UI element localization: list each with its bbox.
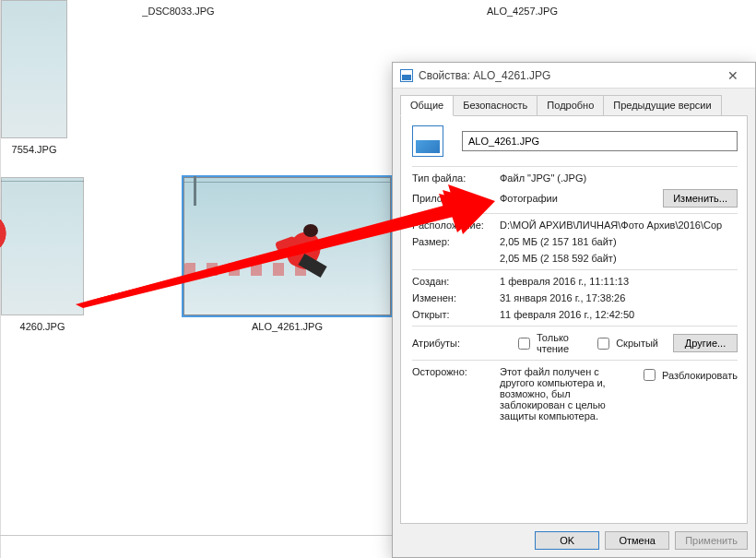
label-created: Создан: (412, 276, 500, 287)
thumb-partial-left[interactable]: 7554.JPG (1, 0, 67, 155)
label-location: Расположение: (412, 220, 500, 231)
value-created: 1 февраля 2016 г., 11:11:13 (500, 276, 738, 287)
checkbox-label: Скрытый (616, 338, 658, 349)
thumb-label: 7554.JPG (1, 144, 67, 155)
value-size: 2,05 МБ (2 157 181 байт) (500, 236, 738, 247)
checkbox-label: Разблокировать (662, 370, 738, 381)
image-file-icon (412, 125, 443, 157)
checkbox-label: Только чтение (537, 332, 579, 354)
checkbox-unblock[interactable]: Разблокировать (640, 366, 738, 384)
checkbox-hidden[interactable]: Скрытый (594, 335, 658, 352)
value-opened: 11 февраля 2016 г., 12:42:50 (500, 309, 738, 320)
apply-button[interactable]: Применить (675, 531, 748, 550)
change-app-button[interactable]: Изменить... (663, 189, 738, 208)
label-opened: Открыт: (412, 309, 500, 320)
dialog-titlebar[interactable]: Свойства: ALO_4261.JPG ✕ (393, 63, 755, 89)
value-warning: Этот файл получен с другого компьютера и… (500, 366, 640, 421)
thumb-label: 4260.JPG (1, 321, 84, 332)
label-modified: Изменен: (412, 292, 500, 303)
label-sizeondisk (412, 253, 500, 264)
thumb-label: ALO_4257.JPG (419, 6, 626, 17)
checkbox-readonly[interactable]: Только чтение (514, 332, 579, 354)
label-app: Приложение: (412, 193, 500, 204)
value-app: Фотографии (500, 193, 663, 204)
tab-general[interactable]: Общие (400, 95, 454, 116)
filename-field[interactable] (462, 131, 738, 151)
tab-strip: Общие Безопасность Подробно Предыдущие в… (393, 89, 755, 115)
cancel-button[interactable]: Отмена (605, 531, 669, 550)
value-sizeondisk: 2,05 МБ (2 158 592 байт) (500, 253, 738, 264)
close-icon[interactable]: ✕ (716, 68, 750, 83)
thumb-selected[interactable]: ALO_4261.JPG (183, 177, 391, 332)
value-filetype: Файл "JPG" (.JPG) (500, 172, 738, 184)
tab-security[interactable]: Безопасность (453, 95, 537, 116)
label-warning: Осторожно: (412, 366, 500, 377)
thumb-label: _DSC8033.JPG (75, 6, 282, 17)
value-location: D:\МОЙ АРХИВ\ЛИЧНАЯ\Фото Архив\2016\Cop (500, 220, 738, 231)
dialog-title: Свойства: ALO_4261.JPG (419, 69, 550, 82)
label-filetype: Тип файла: (412, 172, 500, 184)
thumb-partial-left-2[interactable]: 4260.JPG (1, 177, 84, 332)
other-attrs-button[interactable]: Другие... (673, 334, 738, 352)
label-size: Размер: (412, 236, 500, 247)
thumb-label: ALO_4261.JPG (183, 321, 391, 332)
tab-details[interactable]: Подробно (537, 95, 604, 116)
tab-panel-general: Тип файла:Файл "JPG" (.JPG) Приложение: … (400, 115, 748, 524)
thumb-item[interactable]: _DSC8033.JPG (75, 0, 282, 155)
image-file-icon (400, 69, 413, 82)
ok-button[interactable]: OK (535, 531, 599, 550)
properties-dialog: Свойства: ALO_4261.JPG ✕ Общие Безопасно… (392, 62, 756, 558)
tab-previous[interactable]: Предыдущие версии (603, 95, 721, 116)
label-attributes: Атрибуты: (412, 338, 500, 349)
dialog-buttons: OK Отмена Применить (393, 524, 755, 557)
value-modified: 31 января 2016 г., 17:38:26 (500, 292, 738, 303)
